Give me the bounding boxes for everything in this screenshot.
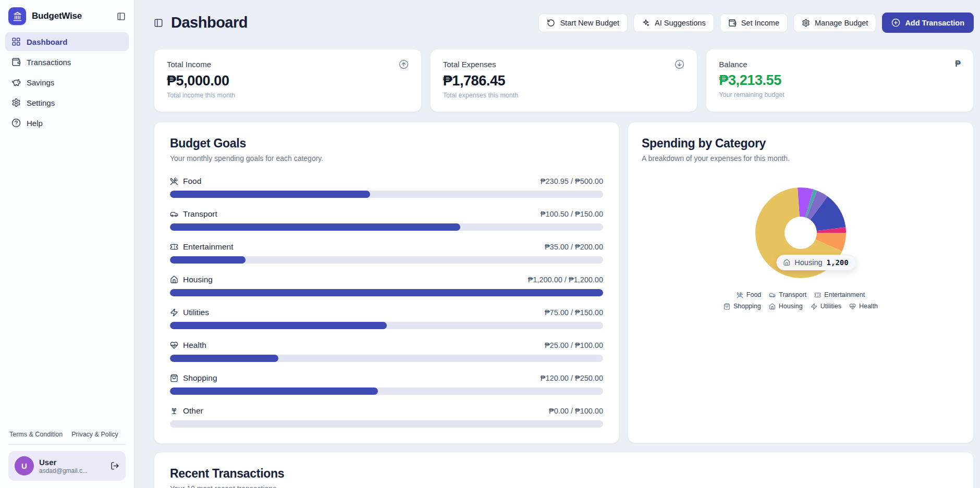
sidebar-item-dashboard[interactable]: Dashboard <box>5 32 129 51</box>
goal-amounts: ₱75.00 / ₱150.00 <box>545 308 603 317</box>
progress-track <box>170 289 603 296</box>
user-email: asdad@gmail.c... <box>39 467 105 474</box>
tooltip-label: Housing <box>794 258 822 267</box>
ai-suggestions-button[interactable]: AI Suggestions <box>633 14 714 32</box>
logout-icon[interactable] <box>111 461 119 470</box>
home-icon <box>170 276 178 284</box>
progress-fill <box>170 355 278 362</box>
recent-title: Recent Transactions <box>170 467 958 481</box>
ticket-icon <box>814 292 821 298</box>
avatar: U <box>15 456 34 476</box>
legend-item-entertainment[interactable]: Entertainment <box>814 291 865 298</box>
stat-label: Total Income <box>167 60 211 69</box>
brand: BudgetWise <box>0 5 134 32</box>
layout-grid-icon <box>11 37 21 46</box>
sidebar-collapse-icon[interactable] <box>117 12 126 21</box>
total-expenses-card: Total Expenses ₱1,786.45 Total expenses … <box>430 49 698 112</box>
spending-title: Spending by Category <box>642 136 960 151</box>
sidebar: BudgetWise Dashboard Transactions Saving… <box>0 0 134 488</box>
progress-fill <box>170 289 603 296</box>
spending-subtitle: A breakdown of your expenses for this mo… <box>642 154 960 162</box>
goal-amounts: ₱120.00 / ₱250.00 <box>541 374 603 382</box>
goal-row-food: Food ₱230.95 / ₱500.00 <box>170 177 603 198</box>
sidebar-item-label: Settings <box>27 98 55 107</box>
chart-legend: Food Transport Entertainment Shopping Ho… <box>722 291 879 310</box>
stat-value: ₱3,213.55 <box>719 72 961 89</box>
sidebar-item-label: Help <box>27 119 43 128</box>
goal-amounts: ₱230.95 / ₱500.00 <box>541 177 603 185</box>
user-name: User <box>39 458 105 467</box>
total-income-card: Total Income ₱5,000.00 Total income this… <box>154 49 422 112</box>
stat-caption: Your remaining budget <box>719 91 961 98</box>
home-icon <box>769 303 776 310</box>
goal-amounts: ₱1,200.00 / ₱1,200.00 <box>528 276 603 284</box>
sidebar-item-settings[interactable]: Settings <box>5 93 129 112</box>
goal-amounts: ₱0.00 / ₱100.00 <box>549 407 603 415</box>
add-transaction-button[interactable]: Add Transaction <box>882 12 974 33</box>
stats-row: Total Income ₱5,000.00 Total income this… <box>154 49 974 112</box>
goal-amounts: ₱35.00 / ₱200.00 <box>545 243 603 251</box>
car-icon <box>769 292 776 298</box>
sidebar-item-savings[interactable]: Savings <box>5 73 129 92</box>
spending-by-category-card: Spending by Category A breakdown of your… <box>628 122 974 443</box>
start-new-budget-button[interactable]: Start New Budget <box>538 14 628 32</box>
sidebar-footer: Terms & Condition Privacy & Policy U Use… <box>0 426 134 481</box>
legend-item-food[interactable]: Food <box>737 291 762 298</box>
sidebar-item-help[interactable]: Help <box>5 114 129 132</box>
zap-icon <box>811 303 817 310</box>
stat-value: ₱1,786.45 <box>443 73 685 89</box>
legend-item-health[interactable]: Health <box>849 303 878 310</box>
recent-transactions-card: Recent Transactions Your 10 most recent … <box>154 452 974 488</box>
heart-pulse-icon <box>170 341 178 349</box>
progress-track <box>170 191 603 198</box>
heart-pulse-icon <box>849 303 856 310</box>
balance-card: Balance ₱ ₱3,213.55 Your remaining budge… <box>706 49 974 112</box>
goal-amounts: ₱25.00 / ₱100.00 <box>545 341 603 349</box>
privacy-link[interactable]: Privacy & Policy <box>71 431 118 438</box>
progress-fill <box>170 256 246 264</box>
progress-fill <box>170 223 460 231</box>
goal-row-other: Other ₱0.00 / ₱100.00 <box>170 406 603 428</box>
donut-chart-area: Housing 1,200 Food Transport Entertainme… <box>642 162 960 427</box>
legend-item-utilities[interactable]: Utilities <box>811 303 841 310</box>
stat-label: Total Expenses <box>443 60 496 69</box>
budget-goals-title: Budget Goals <box>170 136 603 151</box>
stat-label: Balance <box>719 60 747 69</box>
goal-row-utilities: Utilities ₱75.00 / ₱150.00 <box>170 308 603 329</box>
goal-row-entertainment: Entertainment ₱35.00 / ₱200.00 <box>170 242 603 264</box>
sidebar-nav: Dashboard Transactions Savings Settings … <box>0 32 134 132</box>
legend-item-transport[interactable]: Transport <box>769 291 806 298</box>
user-card[interactable]: U User asdad@gmail.c... <box>8 451 126 481</box>
main-content: Dashboard Start New Budget AI Suggestion… <box>134 0 980 488</box>
zap-icon <box>170 308 178 317</box>
goal-row-housing: Housing ₱1,200.00 / ₱1,200.00 <box>170 275 603 296</box>
bank-logo-icon <box>8 7 26 25</box>
progress-track <box>170 420 603 428</box>
legend-item-shopping[interactable]: Shopping <box>724 303 761 310</box>
sprout-icon <box>170 407 178 415</box>
progress-fill <box>170 322 387 329</box>
home-icon <box>783 259 790 266</box>
set-income-button[interactable]: Set Income <box>720 14 788 32</box>
tooltip-value: 1,200 <box>827 258 849 267</box>
progress-track <box>170 387 603 395</box>
stat-value: ₱5,000.00 <box>167 73 409 89</box>
goal-row-shopping: Shopping ₱120.00 / ₱250.00 <box>170 373 603 395</box>
legend-item-housing[interactable]: Housing <box>769 303 803 310</box>
sidebar-item-transactions[interactable]: Transactions <box>5 53 129 71</box>
progress-track <box>170 322 603 329</box>
progress-fill <box>170 191 370 198</box>
goal-amounts: ₱100.50 / ₱150.00 <box>541 210 603 218</box>
utensils-icon <box>737 292 743 298</box>
car-icon <box>170 210 178 218</box>
page-title: Dashboard <box>171 14 248 31</box>
progress-track <box>170 355 603 362</box>
budget-goals-subtitle: Your monthly spending goals for each cat… <box>170 154 603 162</box>
rotate-ccw-icon <box>547 19 555 27</box>
manage-budget-button[interactable]: Manage Budget <box>793 14 876 32</box>
sidebar-toggle-icon[interactable] <box>154 18 163 28</box>
progress-track <box>170 223 603 231</box>
budget-goals-card: Budget Goals Your monthly spending goals… <box>154 122 619 444</box>
terms-link[interactable]: Terms & Condition <box>9 431 63 438</box>
piggy-bank-icon <box>11 78 21 87</box>
